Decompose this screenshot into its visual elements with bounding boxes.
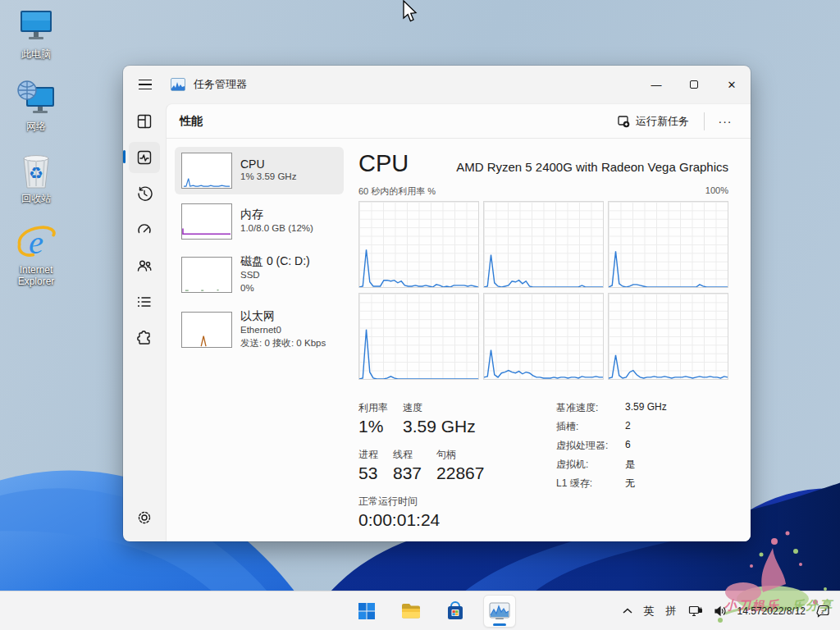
spec-l1-cache: L1 缓存: 无: [556, 477, 667, 491]
task-manager-taskbar-icon: [489, 602, 510, 620]
hamburger-icon: [139, 76, 152, 94]
file-explorer-button[interactable]: [395, 595, 427, 628]
page-header: 性能 运行新任务 ···: [167, 104, 751, 139]
core-chart-4: [483, 293, 604, 380]
desktop-icon-network[interactable]: 网络: [5, 79, 67, 133]
stat-speed: 速度 3.59 GHz: [403, 401, 476, 436]
spec-value: 无: [625, 477, 635, 491]
spec-virtual-machine: 虚拟机: 是: [556, 458, 667, 472]
mouse-cursor: [400, 0, 418, 25]
run-new-task-button[interactable]: 运行新任务: [609, 109, 697, 134]
perf-item-name: 内存: [240, 208, 313, 222]
disk-thumbnail-chart: [181, 257, 232, 293]
sidebar-item-app-history[interactable]: [129, 178, 160, 209]
stat-uptime: 正常运行时间 0:00:01:24: [358, 495, 440, 530]
sidebar-item-users[interactable]: [129, 250, 160, 281]
window-title: 任务管理器: [194, 77, 247, 92]
start-icon: [357, 601, 377, 621]
hidden-icons-chevron-icon: [623, 608, 632, 614]
stat-value: 3.59 GHz: [403, 417, 476, 436]
close-icon: ✕: [728, 79, 737, 91]
task-manager-app-icon: [171, 78, 185, 91]
desktop-icon-recycle-bin[interactable]: ♻ 回收站: [5, 151, 67, 205]
minimize-button[interactable]: —: [637, 66, 675, 103]
users-icon: [136, 258, 153, 274]
caption-buttons: — ✕: [637, 66, 751, 103]
task-manager-taskbar-button[interactable]: [483, 595, 516, 628]
perf-item-detail: 1.0/8.0 GB (12%): [240, 222, 313, 235]
ethernet-thumbnail-chart: [181, 312, 232, 348]
stat-label: 速度: [403, 401, 476, 415]
stat-value: 0:00:01:24: [358, 510, 440, 530]
stat-value: 837: [393, 463, 422, 483]
perf-item-name: 以太网: [240, 309, 326, 324]
stat-handles: 句柄 22867: [436, 448, 484, 483]
system-tray: 英 拼 14:57 2022/8/12: [617, 591, 837, 630]
details-icon: [136, 294, 153, 310]
stat-label: 进程: [358, 448, 378, 462]
notification-bell-icon: z z: [816, 605, 831, 618]
desktop-icon-label: Internet Explorer: [5, 265, 67, 288]
spec-label: 虚拟机:: [556, 458, 625, 472]
core-chart-3: [358, 293, 479, 380]
perf-item-detail2: 0%: [240, 282, 310, 295]
startup-apps-icon: [136, 221, 153, 238]
perf-item-detail: SSD: [240, 269, 310, 282]
navigation-menu-button[interactable]: [131, 71, 159, 98]
perf-item-name: CPU: [240, 158, 296, 171]
hidden-icons-button[interactable]: [617, 596, 638, 626]
desktop-icon-label: 回收站: [21, 194, 51, 205]
start-button[interactable]: [350, 595, 383, 628]
performance-icon: [136, 149, 153, 166]
spec-value: 3.59 GHz: [625, 401, 667, 415]
perf-item-detail2: 发送: 0 接收: 0 Kbps: [240, 337, 326, 350]
sidebar-item-services[interactable]: [129, 322, 160, 354]
microsoft-store-button[interactable]: [439, 595, 472, 628]
clock-time: 14:57: [737, 605, 762, 618]
perf-item-ethernet[interactable]: 以太网 Ethernet0 发送: 0 接收: 0 Kbps: [175, 304, 344, 355]
volume-tray-button[interactable]: [708, 596, 733, 626]
this-pc-icon: [16, 7, 56, 46]
perf-item-detail: 1% 3.59 GHz: [240, 171, 296, 184]
ime-mode-button[interactable]: 拼: [660, 596, 682, 626]
recycle-bin-icon: ♻: [16, 151, 56, 190]
desktop-icon-this-pc[interactable]: 此电脑: [5, 7, 67, 61]
internet-explorer-icon: e: [16, 222, 56, 262]
titlebar[interactable]: 任务管理器 — ✕: [123, 66, 751, 103]
desktop-icon-label: 网络: [26, 121, 46, 133]
desktop-icon-list: 此电脑 网络: [5, 7, 67, 306]
stat-processes: 进程 53: [358, 448, 378, 483]
ime-language-button[interactable]: 英: [638, 596, 660, 626]
perf-item-disk-0[interactable]: 磁盘 0 (C: D:) SSD 0%: [175, 249, 344, 300]
maximize-button[interactable]: [675, 66, 713, 103]
stat-label: 线程: [393, 448, 422, 462]
perf-item-memory[interactable]: 内存 1.0/8.0 GB (12%): [175, 198, 344, 245]
sidebar-item-settings[interactable]: [129, 502, 160, 533]
stat-label: 正常运行时间: [358, 495, 440, 509]
sidebar-item-processes[interactable]: [129, 106, 160, 137]
sidebar: [123, 103, 166, 541]
close-button[interactable]: ✕: [713, 66, 751, 103]
notification-center-button[interactable]: z z: [810, 596, 837, 626]
spec-sockets: 插槽: 2: [556, 420, 667, 434]
chart-max-label: 100%: [705, 185, 728, 198]
spec-label: 插槽:: [556, 420, 625, 434]
more-options-button[interactable]: ···: [711, 109, 739, 134]
desktop-icon-internet-explorer[interactable]: e Internet Explorer: [5, 222, 67, 288]
stat-utilization: 利用率 1%: [358, 401, 388, 436]
sidebar-item-startup-apps[interactable]: [129, 214, 160, 245]
microsoft-store-icon: [445, 601, 465, 621]
spec-label: 基准速度:: [556, 401, 625, 415]
processes-icon: [136, 113, 153, 130]
perf-item-cpu[interactable]: CPU 1% 3.59 GHz: [175, 147, 344, 194]
network-tray-button[interactable]: [682, 596, 708, 626]
clock[interactable]: 14:57 2022/8/12: [733, 596, 810, 626]
sidebar-item-details[interactable]: [129, 286, 160, 317]
run-new-task-icon: [617, 115, 630, 128]
performance-list: CPU 1% 3.59 GHz 内存: [167, 139, 349, 541]
header-divider: [704, 112, 705, 130]
clock-date: 2022/8/12: [762, 605, 806, 618]
stat-value: 22867: [436, 463, 484, 483]
sidebar-item-performance[interactable]: [129, 142, 160, 173]
network-icon: [688, 605, 702, 618]
